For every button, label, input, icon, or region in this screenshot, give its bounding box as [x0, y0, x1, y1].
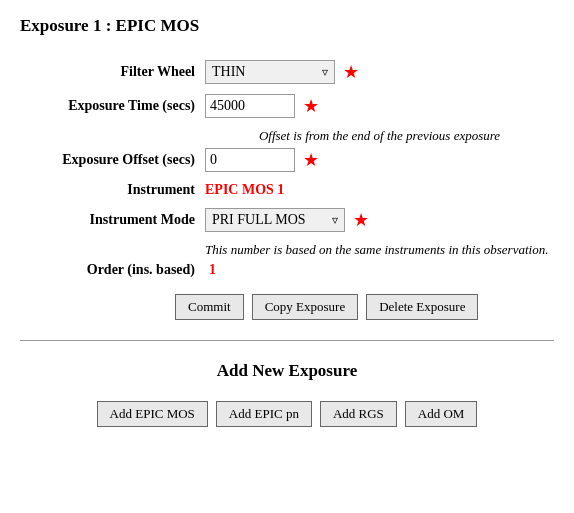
instrument-value: EPIC MOS 1: [205, 182, 284, 198]
exposure-time-label: Exposure Time (secs): [20, 98, 195, 114]
exposure-offset-row: Exposure Offset (secs) ★: [20, 148, 554, 172]
instrument-row: Instrument EPIC MOS 1: [20, 182, 554, 198]
exposure-offset-input[interactable]: [205, 148, 295, 172]
offset-note: Offset is from the end of the previous e…: [205, 128, 554, 144]
exposure-offset-required-star: ★: [303, 151, 319, 169]
dropdown-arrow-icon: ▿: [322, 65, 328, 80]
filter-wheel-dropdown[interactable]: THIN ▿: [205, 60, 335, 84]
add-rgs-button[interactable]: Add RGS: [320, 401, 397, 427]
exposure-offset-label: Exposure Offset (secs): [20, 152, 195, 168]
instrument-mode-required-star: ★: [353, 211, 369, 229]
exposure-time-row: Exposure Time (secs) ★: [20, 94, 554, 118]
filter-wheel-label: Filter Wheel: [20, 64, 195, 80]
instrument-mode-value: PRI FULL MOS: [212, 212, 306, 228]
section-divider: [20, 340, 554, 341]
order-label: Order (ins. based): [20, 262, 195, 278]
filter-wheel-row: Filter Wheel THIN ▿ ★: [20, 60, 554, 84]
exposure-time-required-star: ★: [303, 97, 319, 115]
order-note: This number is based on the same instrum…: [205, 242, 554, 258]
add-om-button[interactable]: Add OM: [405, 401, 478, 427]
add-section-title: Add New Exposure: [20, 361, 554, 381]
instrument-mode-label: Instrument Mode: [20, 212, 195, 228]
exposure-time-input[interactable]: [205, 94, 295, 118]
instrument-mode-dropdown[interactable]: PRI FULL MOS ▿: [205, 208, 345, 232]
commit-button[interactable]: Commit: [175, 294, 244, 320]
order-value: 1: [209, 262, 216, 278]
instrument-mode-row: Instrument Mode PRI FULL MOS ▿ ★: [20, 208, 554, 232]
action-buttons-row: Commit Copy Exposure Delete Exposure: [175, 294, 554, 320]
add-epic-mos-button[interactable]: Add EPIC MOS: [97, 401, 208, 427]
order-row: Order (ins. based) 1: [20, 262, 554, 278]
instrument-mode-arrow-icon: ▿: [332, 213, 338, 228]
filter-wheel-required-star: ★: [343, 63, 359, 81]
add-epic-pn-button[interactable]: Add EPIC pn: [216, 401, 312, 427]
page-title: Exposure 1 : EPIC MOS: [20, 16, 554, 36]
instrument-label: Instrument: [20, 182, 195, 198]
filter-wheel-value: THIN: [212, 64, 245, 80]
delete-exposure-button[interactable]: Delete Exposure: [366, 294, 478, 320]
copy-exposure-button[interactable]: Copy Exposure: [252, 294, 359, 320]
add-buttons-row: Add EPIC MOS Add EPIC pn Add RGS Add OM: [20, 401, 554, 427]
